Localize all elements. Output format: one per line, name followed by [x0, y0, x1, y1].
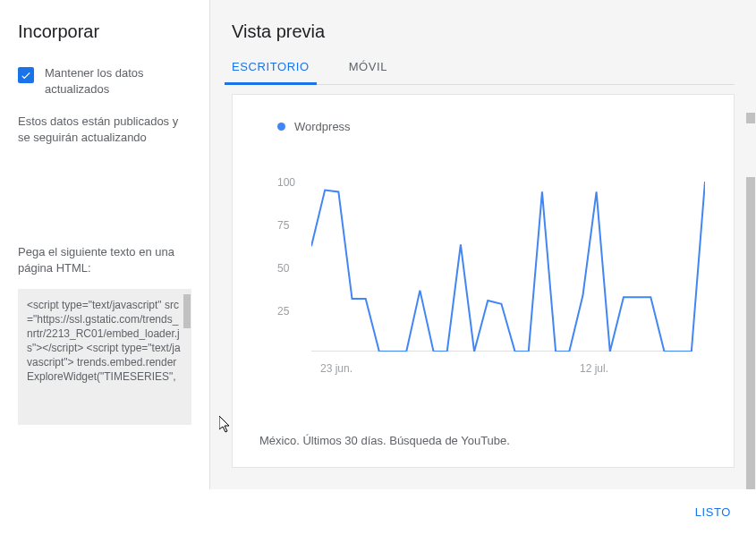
preview-scrollbar-thumb[interactable]	[746, 177, 755, 489]
x-tick-2: 12 jul.	[580, 362, 608, 375]
preview-pane: Vista previa ESCRITORIO MÓVIL Wordpress …	[209, 0, 756, 489]
legend-dot-icon	[277, 123, 285, 131]
chart-plot	[311, 182, 692, 352]
embed-code-box[interactable]: <script type="text/javascript" src="http…	[18, 289, 191, 425]
y-tick-25: 25	[277, 305, 289, 318]
embed-code-text: <script type="text/javascript" src="http…	[27, 299, 181, 383]
chart-series-line	[311, 182, 705, 352]
sidebar-title: Incorporar	[18, 21, 191, 42]
keep-updated-checkbox[interactable]	[18, 67, 34, 83]
preview-title: Vista previa	[232, 21, 756, 42]
keep-updated-label: Mantener los datos actualizados	[45, 65, 191, 97]
chart-area: 100 75 50 25 23 jun. 12 jul.	[233, 133, 734, 380]
tab-mobile[interactable]: MÓVIL	[349, 60, 387, 84]
ready-button[interactable]: LISTO	[695, 505, 731, 519]
codebox-scrollbar-thumb[interactable]	[183, 294, 191, 328]
y-tick-50: 50	[277, 262, 289, 275]
y-tick-100: 100	[277, 176, 295, 189]
y-tick-75: 75	[277, 219, 289, 232]
preview-scrollbar-marker[interactable]	[746, 113, 755, 123]
preview-scrollbar[interactable]	[743, 9, 756, 489]
codebox-scrollbar[interactable]	[183, 289, 191, 425]
preview-body: Wordpress 100 75 50 25 23 jun. 12 jul. M…	[232, 94, 735, 468]
legend-series-label: Wordpress	[294, 120, 351, 133]
chart-legend: Wordpress	[233, 95, 734, 133]
tabs: ESCRITORIO MÓVIL	[232, 60, 735, 85]
sidebar: Incorporar Mantener los datos actualizad…	[0, 0, 209, 489]
x-tick-1: 23 jun.	[320, 362, 353, 375]
check-icon	[20, 69, 32, 81]
chart-line-svg	[311, 182, 705, 352]
tab-desktop[interactable]: ESCRITORIO	[232, 60, 310, 84]
bottom-bar: LISTO	[0, 489, 756, 534]
paste-label: Pega el siguiente texto en una página HT…	[18, 244, 191, 276]
info-text: Estos datos están publicados y se seguir…	[18, 114, 191, 146]
chart-footer-text: México. Últimos 30 días. Búsqueda de You…	[259, 434, 510, 447]
x-axis-labels: 23 jun. 12 jul.	[311, 362, 692, 380]
